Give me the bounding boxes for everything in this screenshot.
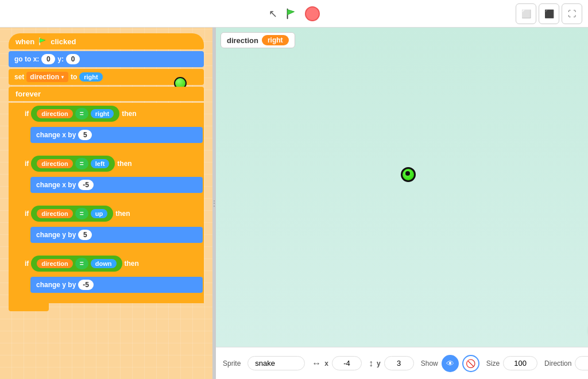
c-inner-2: change x by -5	[29, 175, 204, 194]
layout-btn-2[interactable]: ⬛	[539, 3, 559, 24]
to-label: to	[71, 73, 77, 81]
y-coord-label: y	[377, 359, 381, 368]
change-y1-label: change y by	[36, 231, 76, 239]
when-clicked-block[interactable]: when clicked	[9, 33, 204, 49]
size-label: Size	[486, 359, 500, 368]
change-x2-val[interactable]: -5	[78, 180, 94, 190]
then3-label: then	[115, 210, 130, 218]
forever-label: forever	[16, 90, 41, 98]
if-down-block: if direction = down then	[19, 253, 204, 301]
c-side-3	[19, 219, 29, 244]
x-coord-group: ↔ x	[312, 356, 362, 370]
then2-label: then	[117, 160, 131, 168]
c-footer-1	[19, 144, 65, 151]
if-up-header[interactable]: if direction = up then	[19, 203, 204, 225]
change-y2-block[interactable]: change y by -5	[30, 277, 203, 293]
c-inner-4: change y by -5	[29, 274, 204, 294]
right-val: right	[91, 109, 114, 118]
left-val: left	[91, 159, 110, 168]
top-bar-center: ↖	[269, 6, 320, 22]
show-visible-button[interactable]: 👁	[442, 355, 459, 372]
condition-right[interactable]: direction = right	[31, 106, 119, 122]
direction-dropdown[interactable]: direction ▼	[26, 72, 68, 82]
change-y2-label: change y by	[36, 281, 76, 289]
show-label: Show	[421, 359, 438, 368]
direction-input[interactable]	[575, 356, 588, 370]
if2-label: if	[25, 160, 29, 168]
direction-var-label: direction	[30, 73, 59, 81]
y-coord-input[interactable]	[384, 356, 414, 370]
if1-label: if	[25, 110, 29, 118]
change-x2-label: change x by	[36, 181, 76, 189]
set-label: set	[14, 73, 24, 81]
sprite-name-input[interactable]	[247, 356, 305, 370]
display-var-name: direction	[227, 36, 258, 45]
forever-header[interactable]: forever	[9, 87, 204, 101]
if-left-header[interactable]: if direction = left then	[19, 153, 204, 175]
forever-footer	[9, 303, 49, 311]
change-x1-val[interactable]: 5	[78, 130, 92, 140]
when-clicked-group: when clicked go to x: 0 y: 0 set	[9, 33, 204, 311]
then4-label: then	[125, 260, 139, 268]
goto-block[interactable]: go to x: 0 y: 0	[9, 51, 204, 67]
direction-label: Direction	[544, 359, 571, 368]
cursor-icon: ↖	[269, 7, 277, 20]
layout-btn-3[interactable]: ⛶	[562, 3, 582, 24]
condition-left[interactable]: direction = left	[31, 156, 115, 172]
x-coord-icon: ↔	[312, 358, 321, 369]
show-hidden-button[interactable]: 🚫	[462, 355, 479, 372]
layout-btn-1[interactable]: ⬜	[516, 3, 536, 24]
stop-button[interactable]	[305, 6, 320, 21]
c-footer-3	[19, 244, 65, 251]
c-side-1	[19, 119, 29, 144]
if-right-block: if direction = right then	[19, 103, 204, 151]
change-x1-label: change x by	[36, 131, 76, 139]
display-var-value: right	[262, 35, 289, 45]
when-label: when	[16, 37, 34, 46]
sprite-label: Sprite	[223, 359, 241, 368]
stage-sprite[interactable]	[401, 167, 416, 182]
x-coord-label: x	[324, 359, 328, 368]
change-y2-val[interactable]: -5	[78, 280, 94, 290]
goto-y-label: y:	[57, 55, 64, 63]
direction-value-pill[interactable]: right	[79, 72, 102, 82]
goto-label: go to x:	[14, 55, 39, 63]
equals1: =	[75, 108, 88, 119]
x-coord-input[interactable]	[332, 356, 362, 370]
variable-display: direction right	[220, 32, 295, 48]
stage-area[interactable]: direction right ⊕	[216, 28, 588, 347]
goto-x-input[interactable]: 0	[41, 54, 55, 64]
change-x2-block[interactable]: change x by -5	[30, 177, 203, 193]
goto-y-input[interactable]: 0	[66, 54, 80, 64]
then1-label: then	[122, 110, 136, 118]
up-val: up	[91, 209, 107, 218]
if3-label: if	[25, 210, 29, 218]
if-down-header[interactable]: if direction = down then	[19, 253, 204, 274]
c-footer-4	[19, 294, 65, 301]
layout-buttons: ⬜ ⬛ ⛶	[516, 3, 582, 24]
c-side-4	[19, 269, 29, 294]
direction-group: Direction	[544, 356, 588, 370]
equals3: =	[75, 208, 88, 219]
c-side-2	[19, 169, 29, 194]
if-right-header[interactable]: if direction = right then	[19, 103, 204, 125]
dir-var3: direction	[37, 159, 72, 168]
green-flag-button[interactable]	[283, 6, 299, 22]
condition-up[interactable]: direction = up	[31, 206, 113, 222]
dir-var4: direction	[37, 209, 72, 218]
c-inner-1: change x by 5	[29, 125, 204, 144]
code-content: when clicked go to x: 0 y: 0 set	[9, 33, 204, 311]
equals2: =	[75, 158, 88, 169]
y-coord-group: ↕ y	[369, 356, 414, 370]
size-group: Size	[486, 356, 537, 370]
change-x1-block[interactable]: change x by 5	[30, 127, 203, 143]
change-y1-val[interactable]: 5	[78, 230, 92, 240]
eq1: =	[80, 110, 84, 118]
size-input[interactable]	[503, 356, 537, 370]
change-y1-block[interactable]: change y by 5	[30, 227, 203, 243]
condition-down[interactable]: direction = down	[31, 256, 122, 272]
stage-panel: direction right ⊕ Sprite ↔ x ↕ y	[216, 28, 588, 379]
forever-body: if direction = right then	[9, 103, 204, 303]
stage-canvas	[216, 28, 588, 347]
y-coord-icon: ↕	[369, 358, 373, 369]
